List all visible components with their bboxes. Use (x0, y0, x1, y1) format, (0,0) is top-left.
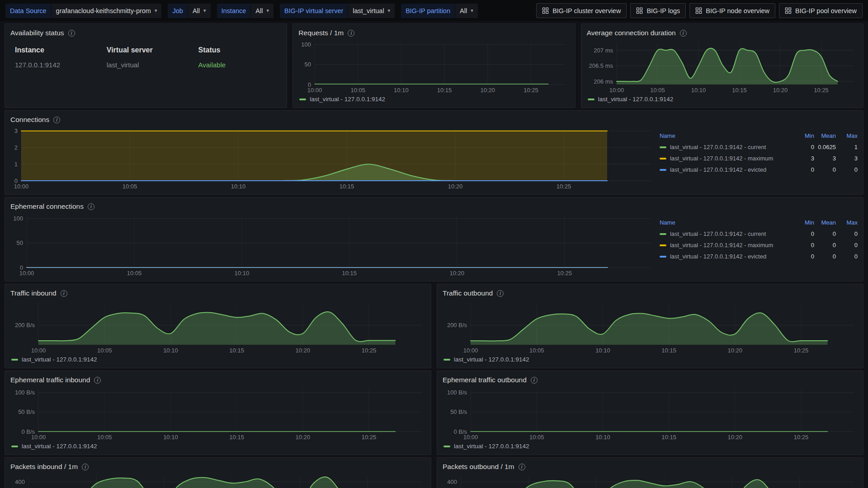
legend-col-mean[interactable]: Mean (814, 219, 836, 226)
traffic-inbound-chart[interactable]: 10:0010:0510:1010:1510:2010:25200 B/s (10, 299, 425, 355)
var-data-source-value[interactable]: grafanacloud-keithschmitty-prom ▾ (52, 4, 162, 18)
legend-item[interactable]: last_virtual - 127.0.0.1:9142 (10, 441, 425, 451)
panel-requests: Requests / 1m i 10:0010:0510:1010:1510:2… (292, 23, 575, 108)
svg-text:10:05: 10:05 (97, 434, 112, 441)
svg-text:0 B/s: 0 B/s (21, 428, 35, 435)
panel-header[interactable]: Ephemeral connections i (10, 201, 858, 212)
info-icon[interactable]: i (82, 464, 89, 470)
legend-col-min[interactable]: Min (793, 219, 814, 226)
panel-header[interactable]: Packets inbound / 1m i (10, 461, 425, 473)
chevron-down-icon: ▾ (266, 8, 269, 13)
panel-header[interactable]: Requests / 1m i (298, 27, 569, 39)
legend-series[interactable]: last_virtual - 127.0.0.1:9142 - maximum (660, 155, 793, 162)
legend-item[interactable]: last_virtual - 127.0.0.1:9142 (443, 355, 858, 364)
col-header-virtual-server[interactable]: Virtual server (107, 46, 198, 54)
info-icon[interactable]: i (531, 377, 538, 384)
svg-text:3: 3 (14, 127, 18, 134)
legend-table: Name Min Mean Max last_virtual - 127.0.0… (654, 126, 858, 191)
info-icon[interactable]: i (519, 464, 525, 470)
col-header-status[interactable]: Status (198, 46, 277, 54)
nav-bigip-cluster-overview[interactable]: BIG-IP cluster overview (536, 3, 627, 18)
panel-header[interactable]: Traffic inbound i (10, 287, 425, 299)
legend-series-label: last_virtual - 127.0.0.1:9142 - maximum (670, 242, 773, 249)
legend-series[interactable]: last_virtual - 127.0.0.1:9142 - evicted (660, 166, 793, 173)
var-job-value[interactable]: All ▾ (188, 4, 211, 18)
info-icon[interactable]: i (88, 203, 94, 210)
var-bigip-virtual-server-value[interactable]: last_virtual ▾ (348, 4, 395, 18)
legend-col-name[interactable]: Name (660, 219, 793, 226)
legend-item[interactable]: last_virtual - 127.0.0.1:9142 (10, 355, 425, 364)
legend-series[interactable]: last_virtual - 127.0.0.1:9142 - evicted (660, 253, 793, 260)
legend-mean: 0 (814, 230, 836, 237)
legend-col-min[interactable]: Min (793, 132, 814, 139)
var-job: Job All ▾ (168, 4, 210, 18)
info-icon[interactable]: i (61, 290, 67, 297)
var-bigip-virtual-server-selected: last_virtual (353, 7, 384, 14)
legend-col-mean[interactable]: Mean (814, 132, 836, 139)
var-data-source-selected: grafanacloud-keithschmitty-prom (56, 7, 151, 14)
info-icon[interactable]: i (68, 30, 75, 37)
legend-col-name[interactable]: Name (660, 132, 793, 139)
panel-header[interactable]: Packets outbound / 1m i (443, 461, 858, 473)
panel-header[interactable]: Connections i (10, 114, 858, 126)
var-job-selected: All (193, 7, 200, 14)
avg-connection-duration-chart[interactable]: 10:0010:0510:1010:1510:2010:25206 ms206.… (587, 39, 858, 94)
ephemeral-connections-chart[interactable]: 10:0010:0510:1010:1510:2010:25050100 (10, 212, 654, 277)
series-swatch (443, 446, 450, 447)
dashboard-grid: Availability status i Instance Virtual s… (0, 21, 868, 488)
svg-text:50 B/s: 50 B/s (18, 408, 35, 415)
panel-header[interactable]: Average connection duration i (587, 27, 858, 39)
legend-label: last_virtual - 127.0.0.1:9142 (22, 356, 97, 363)
legend-col-max[interactable]: Max (836, 219, 858, 226)
series-swatch (660, 244, 666, 246)
svg-text:10:25: 10:25 (362, 434, 377, 441)
legend-row-current: last_virtual - 127.0.0.1:9142 - current … (660, 228, 858, 239)
connections-chart[interactable]: 10:0010:0510:1010:1510:2010:250123 (10, 126, 654, 191)
nav-bigip-logs[interactable]: BIG-IP logs (630, 3, 686, 18)
packets-inbound-chart[interactable]: 10:0010:0510:1010:1510:2010:25400 (10, 473, 425, 488)
panel-ephemeral-traffic-outbound: Ephemeral traffic outbound i 10:0010:051… (437, 371, 863, 455)
svg-text:206 ms: 206 ms (594, 78, 613, 85)
svg-text:50: 50 (17, 239, 23, 246)
requests-chart[interactable]: 10:0010:0510:1010:1510:2010:25050100 (298, 39, 569, 94)
panel-header[interactable]: Traffic outbound i (443, 287, 858, 299)
series-swatch (443, 359, 450, 361)
panel-header[interactable]: Ephemeral traffic inbound i (10, 374, 425, 386)
traffic-outbound-chart[interactable]: 10:0010:0510:1010:1510:2010:25200 B/s (443, 299, 858, 355)
panel-traffic-inbound: Traffic inbound i 10:0010:0510:1010:1510… (5, 284, 431, 368)
var-instance-value[interactable]: All ▾ (251, 4, 274, 18)
info-icon[interactable]: i (94, 377, 101, 384)
ephemeral-traffic-inbound-chart[interactable]: 10:0010:0510:1010:1510:2010:250 B/s50 B/… (10, 386, 425, 441)
svg-text:400: 400 (15, 479, 25, 485)
legend-item[interactable]: last_virtual - 127.0.0.1:9142 (587, 94, 858, 104)
info-icon[interactable]: i (348, 30, 354, 37)
nav-bigip-pool-overview[interactable]: BIG-IP pool overview (779, 3, 863, 18)
svg-text:10:10: 10:10 (595, 347, 610, 354)
svg-text:0 B/s: 0 B/s (453, 428, 467, 435)
var-bigip-partition-label: BIG-IP partition (401, 4, 455, 18)
svg-text:10:10: 10:10 (691, 87, 706, 94)
legend-item[interactable]: last_virtual - 127.0.0.1:9142 (443, 441, 858, 451)
nav-bigip-node-overview[interactable]: BIG-IP node overview (689, 3, 775, 18)
info-icon[interactable]: i (53, 117, 60, 123)
var-bigip-partition-value[interactable]: All ▾ (455, 4, 478, 18)
var-instance-label: Instance (217, 4, 251, 18)
legend-series[interactable]: last_virtual - 127.0.0.1:9142 - maximum (660, 242, 793, 249)
legend-min: 0 (793, 166, 814, 173)
legend-col-max[interactable]: Max (836, 132, 858, 139)
legend-series[interactable]: last_virtual - 127.0.0.1:9142 - current (660, 144, 793, 150)
svg-text:50: 50 (305, 61, 311, 68)
panel-availability-status: Availability status i Instance Virtual s… (5, 23, 287, 108)
grid-icon (785, 7, 792, 14)
col-header-instance[interactable]: Instance (15, 46, 107, 54)
ephemeral-traffic-outbound-chart[interactable]: 10:0010:0510:1010:1510:2010:250 B/s50 B/… (443, 386, 858, 441)
info-icon[interactable]: i (497, 290, 504, 297)
svg-text:10:10: 10:10 (394, 87, 409, 94)
panel-header[interactable]: Ephemeral traffic outbound i (443, 374, 858, 386)
legend-series[interactable]: last_virtual - 127.0.0.1:9142 - current (660, 230, 793, 237)
legend-item[interactable]: last_virtual - 127.0.0.1:9142 (298, 94, 569, 104)
svg-text:10:00: 10:00 (609, 87, 624, 94)
info-icon[interactable]: i (680, 30, 687, 37)
packets-outbound-chart[interactable]: 10:0010:0510:1010:1510:2010:25400 (443, 473, 858, 488)
panel-header[interactable]: Availability status i (10, 27, 281, 39)
